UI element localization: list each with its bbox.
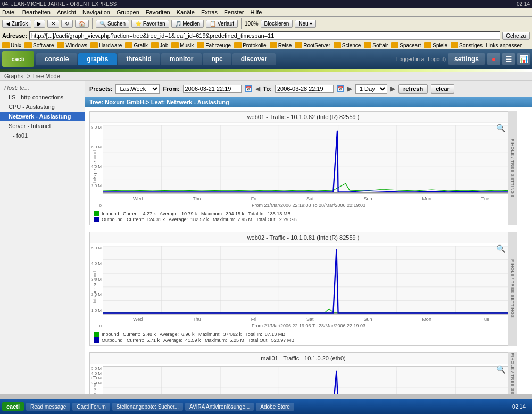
- bookmark-spiele[interactable]: Spiele: [424, 42, 447, 48]
- graph-settings-2[interactable]: PIHOLE / TREE SETTINGS: [508, 232, 517, 346]
- tab-console[interactable]: console: [36, 53, 77, 65]
- zoom-icon-2[interactable]: 🔍: [496, 244, 505, 253]
- bookmark-sonstiges[interactable]: Sonstiges: [451, 42, 483, 48]
- menu-fenster[interactable]: Fenster: [224, 9, 244, 15]
- forward-button[interactable]: ▶: [34, 20, 45, 28]
- block-button[interactable]: Blockieren: [261, 20, 293, 28]
- presets-select[interactable]: LastWeek Last Day Last Month: [115, 84, 160, 94]
- tab-npc[interactable]: npc: [203, 53, 231, 65]
- new-button[interactable]: Neu ▾: [295, 20, 316, 28]
- bookmark-windows[interactable]: Windows: [57, 42, 87, 48]
- from-input[interactable]: [183, 85, 242, 93]
- span-select[interactable]: 1 Day 6 Hours 1 Week: [355, 84, 387, 94]
- cacti-main: Host: te... IIS - http connections CPU -…: [0, 81, 532, 394]
- graph-settings-1[interactable]: PIHOLE / TREE SETTINGS: [508, 111, 517, 225]
- browser-time: 02:14: [517, 1, 530, 7]
- home-button[interactable]: 🏠: [75, 20, 89, 28]
- bookmark-job[interactable]: Job: [151, 42, 168, 48]
- menu-extras[interactable]: Extras: [201, 9, 218, 15]
- breadcrumb: Graphs -> Tree Mode: [0, 72, 532, 81]
- tab-graphs[interactable]: graphs: [78, 53, 117, 65]
- bookmark-fahrzeuge[interactable]: Fahrzeuge: [197, 42, 231, 48]
- chart-icon[interactable]: 📊: [517, 53, 530, 65]
- graph-box-3: mail01 - Traffic - 10.1.0.20 (eth0) per …: [89, 352, 517, 394]
- menu-gruppen[interactable]: Gruppen: [117, 9, 139, 15]
- tab-monitor[interactable]: monitor: [161, 53, 202, 65]
- bookmark-icon-protokolle: [234, 42, 242, 48]
- refresh-button[interactable]: ↻: [61, 20, 73, 28]
- media-button[interactable]: 🎵 Medien: [171, 20, 204, 28]
- legend-row-inbound-1: Inbound Current: 4.27 k Average: 10.79 k…: [94, 211, 512, 216]
- graph-svg-2: [103, 246, 514, 315]
- menu-bearbeiten[interactable]: Bearbeiten: [22, 9, 51, 15]
- to-calendar-icon[interactable]: 📅: [337, 85, 344, 92]
- bookmark-rootserver[interactable]: RootServer: [295, 42, 330, 48]
- yaxis-2: 5.0 M 4.0 M 3.0 M 2.0 M 1.0 M 0: [87, 246, 102, 328]
- address-input[interactable]: [29, 31, 500, 40]
- menu-hilfe[interactable]: Hilfe: [250, 9, 262, 15]
- legend-outbound-2: Outbound Current: 5.71 k Average: 41.59 …: [102, 337, 512, 343]
- bookmark-icon-windows: [57, 42, 64, 48]
- bookmark-grafik[interactable]: Grafik: [125, 42, 148, 48]
- legend-inbound-2: Inbound Current: 2.48 k Average: 6.96 k …: [102, 332, 512, 337]
- menu-kanaele[interactable]: Kanäle: [177, 9, 195, 15]
- graph-settings-3[interactable]: PIHOLE / TREE SETTINGS: [508, 352, 517, 394]
- clear-button[interactable]: clear: [431, 84, 454, 94]
- bookmark-icon-sonstiges: [451, 42, 458, 48]
- bookmark-icon-spaceart: [391, 42, 398, 48]
- graph-canvas-2: 5.0 M 4.0 M 3.0 M 2.0 M 1.0 M 0: [103, 246, 514, 328]
- settings-button[interactable]: settings: [448, 53, 485, 65]
- cacti-app: cacti console graphs threshid monitor np…: [0, 49, 532, 394]
- legend-outbound-1: Outbound Current: 124.31 k Average: 182.…: [102, 217, 512, 222]
- search-button[interactable]: 🔍 Suchen: [96, 20, 129, 28]
- menu-datei[interactable]: Datei: [2, 9, 16, 15]
- tab-threshid[interactable]: threshid: [118, 53, 160, 65]
- bookmark-softair[interactable]: Softair: [364, 42, 388, 48]
- sidebar: Host: te... IIS - http connections CPU -…: [0, 81, 85, 394]
- bookmark-spaceart[interactable]: Spaceart: [391, 42, 421, 48]
- menu-ansicht[interactable]: Ansicht: [57, 9, 76, 15]
- history-button[interactable]: 📋 Verlauf: [206, 20, 238, 28]
- graph-svg-3: [103, 366, 514, 394]
- sidebar-item-server[interactable]: Server - Intranet: [0, 121, 85, 131]
- go-button[interactable]: Gehe zu: [502, 32, 530, 40]
- bookmark-reise[interactable]: Reise: [270, 42, 292, 48]
- from-calendar-icon[interactable]: 📅: [245, 85, 252, 92]
- sidebar-item-cpu[interactable]: CPU - Auslastung: [0, 102, 85, 112]
- sidebar-item-netzwerk[interactable]: Netzwerk - Auslastung: [0, 112, 85, 121]
- bookmark-musik[interactable]: Musik: [171, 42, 194, 48]
- menu-icon[interactable]: ☰: [502, 53, 515, 65]
- bookmark-links[interactable]: Links anpassen: [486, 43, 523, 48]
- menu-navigation[interactable]: Navigation: [82, 9, 110, 15]
- browser-title: 04. JEAN-MICHEL JARRE - ORIENT EXPRESS: [2, 1, 117, 7]
- cacti-logo: cacti: [2, 51, 34, 67]
- prev-arrow[interactable]: ◀: [255, 85, 260, 92]
- menu-favoriten[interactable]: Favoriten: [146, 9, 170, 15]
- bookmark-icon-unix: [2, 42, 10, 48]
- bookmark-icon-spiele: [424, 42, 431, 48]
- logout-link[interactable]: Logout): [428, 56, 446, 62]
- bookmark-science[interactable]: Science: [334, 42, 361, 48]
- date-range-1: From 21/Mar/2006 22:19:03 To 28/Mar/2006…: [103, 202, 514, 208]
- refresh-button[interactable]: refresh: [398, 84, 428, 94]
- zoom-icon-3[interactable]: 🔍: [496, 365, 505, 374]
- back-button[interactable]: ◀ Zurück: [2, 20, 31, 28]
- next-arrow[interactable]: ▶: [347, 85, 352, 92]
- bookmark-icon-science: [334, 42, 341, 48]
- bookmark-unix[interactable]: Unix: [2, 42, 21, 48]
- notification-icon[interactable]: ●: [487, 53, 500, 65]
- sidebar-item-fo01[interactable]: - fo01: [0, 131, 85, 140]
- presets-label: Presets:: [89, 86, 112, 92]
- zoom-icon-1[interactable]: 🔍: [496, 124, 505, 132]
- bookmark-software[interactable]: Software: [24, 42, 54, 48]
- to-input[interactable]: [275, 85, 334, 93]
- span-arrow[interactable]: ▶: [390, 85, 395, 92]
- bookmark-hardware[interactable]: Hardware: [90, 42, 122, 48]
- stop-button[interactable]: ✕: [47, 20, 59, 28]
- favorites-button[interactable]: ⭐ Favoriten: [131, 20, 169, 28]
- bookmark-protokolle[interactable]: Protokolle: [234, 42, 266, 48]
- tab-discover[interactable]: discover: [232, 53, 276, 65]
- sidebar-item-iis[interactable]: IIS - http connections: [0, 92, 85, 102]
- inbound-color-2: [94, 332, 99, 337]
- bookmark-icon-musik: [171, 42, 179, 48]
